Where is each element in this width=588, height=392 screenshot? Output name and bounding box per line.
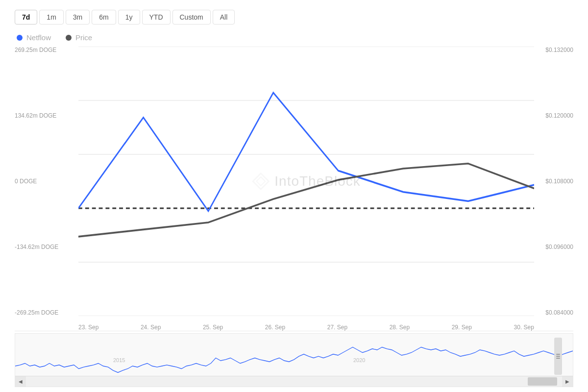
chart-wrapper: 269.25m DOGE134.62m DOGE0 DOGE-134.62m D…: [15, 47, 573, 387]
y-right-label-0: $0.132000: [545, 47, 573, 53]
time-range-bar: 7d1m3m6m1yYTDCustomAll: [15, 10, 573, 24]
y-right-label-3: $0.096000: [545, 244, 573, 250]
bar-line-1: [556, 354, 560, 355]
y-right-label-1: $0.120000: [545, 112, 573, 119]
x-label-0: 23. Sep: [78, 324, 98, 331]
y-axis-left: 269.25m DOGE134.62m DOGE0 DOGE-134.62m D…: [15, 47, 78, 316]
bar-line-3: [556, 358, 560, 359]
time-btn-ytd[interactable]: YTD: [142, 10, 171, 24]
x-label-5: 28. Sep: [390, 324, 410, 331]
chart-legend: Netflow Price: [15, 33, 573, 42]
x-label-2: 25. Sep: [203, 324, 223, 331]
y-right-label-4: $0.084000: [545, 309, 573, 316]
x-label-4: 27. Sep: [327, 324, 347, 331]
legend-price: Price: [66, 33, 92, 42]
netflow-label: Netflow: [26, 33, 51, 42]
time-btn-7d[interactable]: 7d: [15, 10, 37, 24]
x-label-7: 30. Sep: [514, 324, 534, 331]
time-btn-all[interactable]: All: [213, 10, 235, 24]
price-dot: [66, 35, 72, 41]
time-btn-1m[interactable]: 1m: [39, 10, 63, 24]
x-label-3: 26. Sep: [265, 324, 285, 331]
scroll-left-button[interactable]: ◀: [15, 376, 26, 387]
y-left-label-1: 134.62m DOGE: [15, 112, 78, 119]
mini-year-2020: 2020: [353, 357, 365, 363]
legend-netflow: Netflow: [17, 33, 51, 42]
mini-chart-inner: [15, 334, 573, 377]
time-btn-1y[interactable]: 1y: [118, 10, 140, 24]
mini-year-2015: 2015: [113, 357, 125, 363]
y-left-label-4: -269.25m DOGE: [15, 309, 78, 316]
y-left-label-0: 269.25m DOGE: [15, 47, 78, 53]
scroll-track[interactable]: [26, 376, 562, 387]
time-btn-3m[interactable]: 3m: [66, 10, 90, 24]
scroll-thumb[interactable]: [528, 377, 557, 386]
main-container: 7d1m3m6m1yYTDCustomAll Netflow Price 269…: [0, 0, 588, 392]
scroll-right-button[interactable]: ▶: [562, 376, 573, 387]
navigator-handle[interactable]: [554, 338, 562, 375]
chart-svg: [78, 47, 534, 316]
price-label: Price: [75, 33, 92, 42]
scroll-controls: ◀ ▶: [15, 376, 573, 387]
time-btn-custom[interactable]: Custom: [172, 10, 211, 24]
mini-chart-svg: [15, 334, 573, 377]
y-axis-right: $0.132000$0.120000$0.108000$0.096000$0.0…: [534, 47, 573, 316]
y-left-label-3: -134.62m DOGE: [15, 244, 78, 250]
x-label-6: 29. Sep: [452, 324, 472, 331]
navigator-bar-lines: [556, 354, 560, 359]
main-chart: 269.25m DOGE134.62m DOGE0 DOGE-134.62m D…: [15, 47, 573, 331]
x-axis: 23. Sep24. Sep25. Sep26. Sep27. Sep28. S…: [78, 317, 534, 331]
y-right-label-2: $0.108000: [545, 178, 573, 185]
x-label-1: 24. Sep: [141, 324, 161, 331]
time-btn-6m[interactable]: 6m: [92, 10, 116, 24]
mini-chart: 2015 2020 ◀ ▶: [15, 333, 573, 387]
bar-line-2: [556, 356, 560, 357]
netflow-dot: [17, 35, 23, 41]
y-left-label-2: 0 DOGE: [15, 178, 78, 185]
chart-svg-area: IntoTheBlock: [78, 47, 534, 316]
